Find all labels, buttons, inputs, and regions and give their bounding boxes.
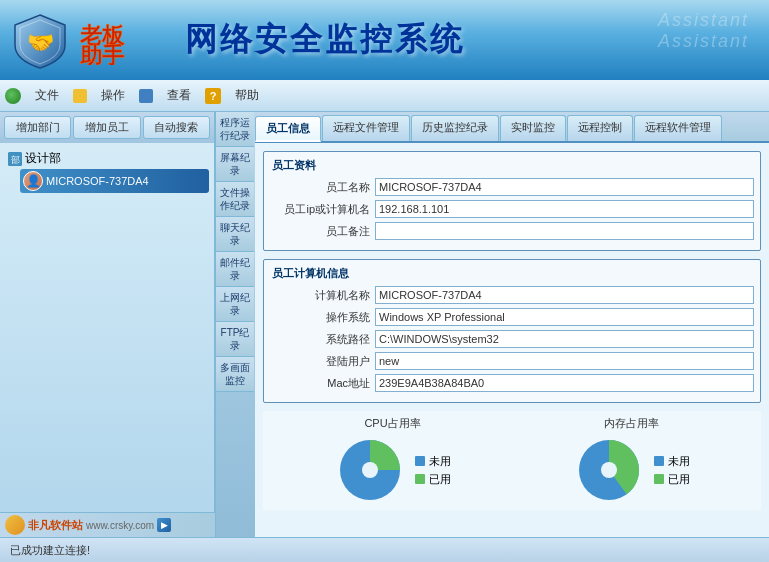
sidebar: 增加部门 增加员工 自动搜索 部 设计部 MICROSOF-737DA4	[0, 112, 215, 537]
tab-remote-control[interactable]: 远程控制	[567, 115, 633, 141]
mem-chart: 内存占用率	[574, 416, 690, 505]
tab-chat-log[interactable]: 聊天纪录	[216, 217, 254, 252]
tab-employee-info[interactable]: 员工信息	[255, 116, 321, 142]
mac-label: Mac地址	[270, 376, 370, 391]
mem-free-dot	[654, 456, 664, 466]
tab-program-log[interactable]: 程序运行纪录	[216, 112, 254, 147]
mac-row: Mac地址	[270, 374, 754, 392]
login-user-input[interactable]	[375, 352, 754, 370]
tab-mail-log[interactable]: 邮件纪录	[216, 252, 254, 287]
cpu-chart-title: CPU占用率	[364, 416, 420, 431]
tab-remote-file[interactable]: 远程文件管理	[322, 115, 410, 141]
brand-arrow-icon[interactable]: ▶	[157, 518, 171, 532]
pc-name-input[interactable]	[375, 286, 754, 304]
employee-note-input[interactable]	[375, 222, 754, 240]
tab-realtime[interactable]: 实时监控	[500, 115, 566, 141]
info-content: 员工资料 员工名称 员工ip或计算机名 员工备注 员工计算机信息 计	[255, 143, 769, 537]
employee-name-row: 员工名称	[270, 178, 754, 196]
user-name: MICROSOF-737DA4	[46, 175, 149, 187]
computer-section-title: 员工计算机信息	[270, 266, 754, 281]
operation-icon	[73, 89, 87, 103]
tab-screen-log[interactable]: 屏幕纪录	[216, 147, 254, 182]
user-item[interactable]: MICROSOF-737DA4	[20, 169, 209, 193]
employee-ip-label: 员工ip或计算机名	[270, 202, 370, 217]
logo-chinese-text: 老板 助手	[75, 15, 175, 65]
avatar	[23, 171, 43, 191]
view-button[interactable]: 查看	[158, 84, 200, 107]
header: 🤝 老板 助手 网络安全监控系统 AssistantAssistant	[0, 0, 769, 80]
mac-input[interactable]	[375, 374, 754, 392]
right-tabs-sidebar: 程序运行纪录 屏幕纪录 文件操作纪录 聊天纪录 邮件纪录 上网纪录 FTP纪录 …	[215, 112, 255, 537]
file-button[interactable]: 文件	[26, 84, 68, 107]
operation-button[interactable]: 操作	[92, 84, 134, 107]
tab-web-log[interactable]: 上网纪录	[216, 287, 254, 322]
employee-ip-row: 员工ip或计算机名	[270, 200, 754, 218]
employee-note-label: 员工备注	[270, 224, 370, 239]
logo-text: 老板 助手	[75, 15, 175, 65]
computer-info-section: 员工计算机信息 计算机名称 操作系统 系统路径 登陆用户	[263, 259, 761, 403]
tab-history[interactable]: 历史监控纪录	[411, 115, 499, 141]
sidebar-content: 部 设计部 MICROSOF-737DA4	[0, 143, 214, 537]
cpu-legend: 未用 已用	[415, 454, 451, 487]
main-tabs: 员工信息 远程文件管理 历史监控纪录 实时监控 远程控制 远程软件管理	[255, 112, 769, 143]
os-row: 操作系统	[270, 308, 754, 326]
mem-pie-chart	[574, 435, 644, 505]
watermark: AssistantAssistant	[658, 10, 749, 52]
brand-site: www.crsky.com	[86, 520, 154, 531]
cpu-free-label: 未用	[429, 454, 451, 469]
employee-section-title: 员工资料	[270, 158, 754, 173]
cpu-free-dot	[415, 456, 425, 466]
mem-used-legend: 已用	[654, 472, 690, 487]
brand-name: 非凡软件站	[28, 518, 83, 533]
svg-point-8	[601, 462, 617, 478]
footer-brand: 非凡软件站 www.crsky.com ▶	[0, 512, 215, 537]
sidebar-tree: 部 设计部 MICROSOF-737DA4	[0, 143, 214, 537]
employee-info-section: 员工资料 员工名称 员工ip或计算机名 员工备注	[263, 151, 761, 251]
app-title: 网络安全监控系统	[185, 18, 465, 62]
svg-text:助手: 助手	[80, 43, 125, 65]
dept-name: 设计部	[25, 150, 61, 167]
tab-ftp-log[interactable]: FTP纪录	[216, 322, 254, 357]
cpu-free-legend: 未用	[415, 454, 451, 469]
content-area: 员工信息 远程文件管理 历史监控纪录 实时监控 远程控制 远程软件管理 员工资料…	[255, 112, 769, 537]
auto-search-button[interactable]: 自动搜索	[143, 116, 210, 139]
mem-legend: 未用 已用	[654, 454, 690, 487]
cpu-chart: CPU占用率	[335, 416, 451, 505]
cpu-chart-container: 未用 已用	[335, 435, 451, 505]
mem-free-legend: 未用	[654, 454, 690, 469]
employee-ip-input[interactable]	[375, 200, 754, 218]
brand-logo-icon	[5, 515, 25, 535]
svg-text:部: 部	[11, 155, 20, 165]
svg-point-6	[362, 462, 378, 478]
main-layout: 增加部门 增加员工 自动搜索 部 设计部 MICROSOF-737DA4	[0, 112, 769, 537]
dept-icon: 部	[8, 152, 22, 166]
mem-used-label: 已用	[668, 472, 690, 487]
os-label: 操作系统	[270, 310, 370, 325]
employee-name-input[interactable]	[375, 178, 754, 196]
file-icon	[5, 88, 21, 104]
charts-area: CPU占用率	[263, 411, 761, 510]
sys-path-input[interactable]	[375, 330, 754, 348]
sys-path-row: 系统路径	[270, 330, 754, 348]
toolbar: 文件 操作 查看 ? 帮助	[0, 80, 769, 112]
dept-item[interactable]: 部 设计部	[5, 148, 209, 169]
tab-remote-software[interactable]: 远程软件管理	[634, 115, 722, 141]
add-dept-button[interactable]: 增加部门	[4, 116, 71, 139]
cpu-used-label: 已用	[429, 472, 451, 487]
tab-file-log[interactable]: 文件操作纪录	[216, 182, 254, 217]
cpu-used-legend: 已用	[415, 472, 451, 487]
employee-note-row: 员工备注	[270, 222, 754, 240]
status-bar: 已成功建立连接!	[0, 537, 769, 562]
status-message: 已成功建立连接!	[10, 543, 90, 558]
sys-path-label: 系统路径	[270, 332, 370, 347]
pc-name-label: 计算机名称	[270, 288, 370, 303]
mem-chart-title: 内存占用率	[604, 416, 659, 431]
help-icon: ?	[205, 88, 221, 104]
mem-free-label: 未用	[668, 454, 690, 469]
employee-name-label: 员工名称	[270, 180, 370, 195]
login-user-label: 登陆用户	[270, 354, 370, 369]
help-button[interactable]: 帮助	[226, 84, 268, 107]
os-input[interactable]	[375, 308, 754, 326]
add-employee-button[interactable]: 增加员工	[73, 116, 140, 139]
tab-multi-monitor[interactable]: 多画面监控	[216, 357, 254, 392]
